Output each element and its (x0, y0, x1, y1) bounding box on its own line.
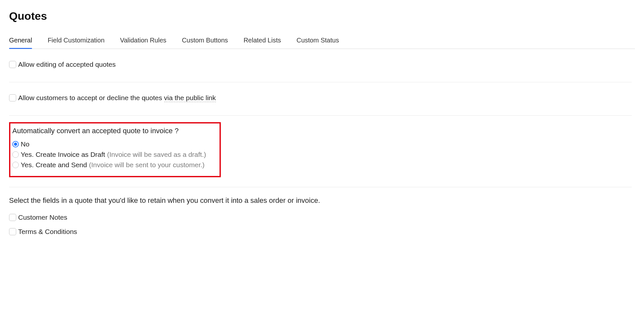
section-retain-fields: Select the fields in a quote that you'd … (9, 187, 632, 240)
autoconvert-radio-send[interactable] (12, 162, 19, 168)
retain-terms-checkbox[interactable] (9, 228, 16, 235)
autoconvert-label-draft: Yes. Create Invoice as Draft (21, 151, 105, 158)
allow-accept-prefix: Allow customers to accept or decline the… (18, 94, 164, 101)
autoconvert-option-draft[interactable]: Yes. Create Invoice as Draft (Invoice wi… (12, 151, 216, 158)
allow-accept-label: Allow customers to accept or decline the… (18, 91, 216, 104)
tab-general[interactable]: General (9, 37, 32, 49)
retain-title: Select the fields in a quote that you'd … (9, 195, 632, 206)
page-title: Quotes (9, 10, 635, 22)
retain-customer-notes-label: Customer Notes (18, 211, 67, 224)
retain-customer-notes-row[interactable]: Customer Notes (9, 211, 632, 224)
tab-field-customization[interactable]: Field Customization (48, 37, 105, 49)
retain-customer-notes-checkbox[interactable] (9, 214, 16, 221)
autoconvert-label-send: Yes. Create and Send (21, 161, 87, 169)
allow-accept-checkbox[interactable] (9, 94, 16, 101)
tab-custom-status[interactable]: Custom Status (297, 37, 339, 49)
autoconvert-option-no[interactable]: No (12, 140, 216, 148)
autoconvert-highlight: Automatically convert an accepted quote … (9, 122, 221, 177)
tab-custom-buttons[interactable]: Custom Buttons (182, 37, 228, 49)
autoconvert-hint-send: (Invoice will be sent to your customer.) (89, 161, 205, 169)
allow-accept-row[interactable]: Allow customers to accept or decline the… (9, 91, 632, 104)
section-allow-accept: Allow customers to accept or decline the… (9, 82, 632, 116)
allow-edit-label: Allow editing of accepted quotes (18, 58, 116, 71)
retain-terms-label: Terms & Conditions (18, 225, 77, 238)
autoconvert-option-send[interactable]: Yes. Create and Send (Invoice will be se… (12, 161, 216, 169)
tab-related-lists[interactable]: Related Lists (243, 37, 281, 49)
allow-edit-row[interactable]: Allow editing of accepted quotes (9, 58, 632, 71)
section-allow-edit: Allow editing of accepted quotes (9, 49, 632, 82)
allow-accept-link[interactable]: via the public link (164, 94, 216, 102)
section-autoconvert: Automatically convert an accepted quote … (9, 116, 632, 187)
content-scroll-area[interactable]: Allow editing of accepted quotes Allow c… (9, 49, 635, 240)
tab-validation-rules[interactable]: Validation Rules (120, 37, 166, 49)
autoconvert-question: Automatically convert an accepted quote … (12, 127, 216, 135)
retain-address-label: Address (18, 239, 43, 240)
autoconvert-radio-draft[interactable] (12, 151, 19, 158)
tabs-nav: General Field Customization Validation R… (9, 37, 635, 49)
autoconvert-hint-draft: (Invoice will be saved as a draft.) (107, 151, 206, 158)
retain-address-row[interactable]: Address (9, 239, 632, 240)
autoconvert-radio-no[interactable] (12, 141, 19, 147)
retain-terms-row[interactable]: Terms & Conditions (9, 225, 632, 238)
allow-edit-checkbox[interactable] (9, 61, 16, 68)
autoconvert-label-no: No (21, 140, 29, 148)
